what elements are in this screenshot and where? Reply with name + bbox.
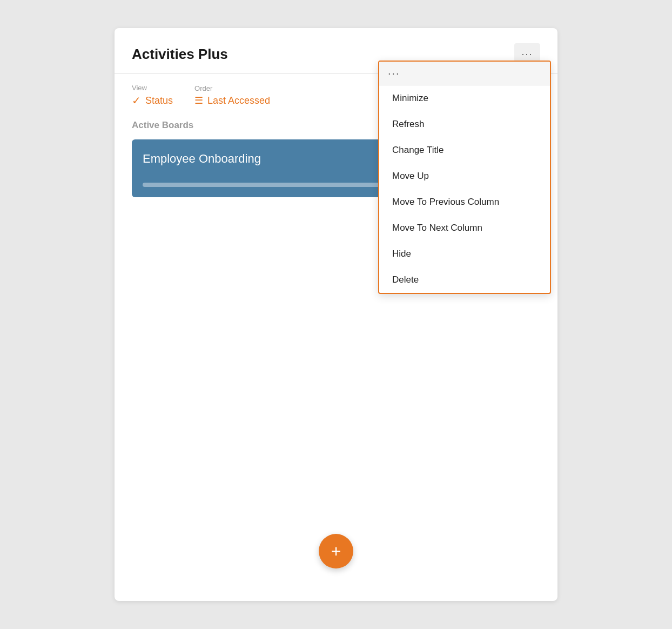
three-dots-icon: ··· — [521, 49, 533, 60]
board-name: Employee Onboarding — [143, 152, 261, 166]
order-label: Order — [194, 84, 270, 92]
dropdown-header: ··· — [379, 62, 550, 85]
view-value[interactable]: ✓ Status — [132, 94, 173, 107]
order-value-text: Last Accessed — [207, 95, 270, 106]
menu-item-minimize[interactable]: Minimize — [379, 85, 550, 111]
dropdown-menu: ··· Minimize Refresh Change Title Move U… — [378, 61, 551, 294]
main-card: Activities Plus ··· ··· Minimize Refresh… — [115, 28, 557, 601]
checkmark-icon: ✓ — [132, 94, 141, 107]
order-icon: ☰ — [194, 95, 203, 106]
dropdown-dots-icon: ··· — [388, 67, 400, 79]
order-control-group: Order ☰ Last Accessed — [194, 84, 270, 106]
menu-item-move-next-column[interactable]: Move To Next Column — [379, 215, 550, 241]
add-fab-button[interactable]: + — [319, 534, 353, 568]
menu-item-move-up[interactable]: Move Up — [379, 163, 550, 189]
app-title: Activities Plus — [132, 46, 228, 63]
header-right: ··· ··· Minimize Refresh Change Title Mo… — [514, 43, 540, 65]
menu-item-delete[interactable]: Delete — [379, 267, 550, 293]
menu-item-move-previous-column[interactable]: Move To Previous Column — [379, 189, 550, 215]
menu-item-hide[interactable]: Hide — [379, 241, 550, 267]
view-control-group: View ✓ Status — [132, 84, 173, 107]
view-value-text: Status — [145, 95, 173, 106]
plus-icon: + — [331, 541, 341, 561]
header: Activities Plus ··· ··· Minimize Refresh… — [115, 28, 557, 65]
view-label: View — [132, 84, 173, 92]
order-value[interactable]: ☰ Last Accessed — [194, 95, 270, 106]
menu-item-change-title[interactable]: Change Title — [379, 137, 550, 163]
menu-item-refresh[interactable]: Refresh — [379, 111, 550, 137]
